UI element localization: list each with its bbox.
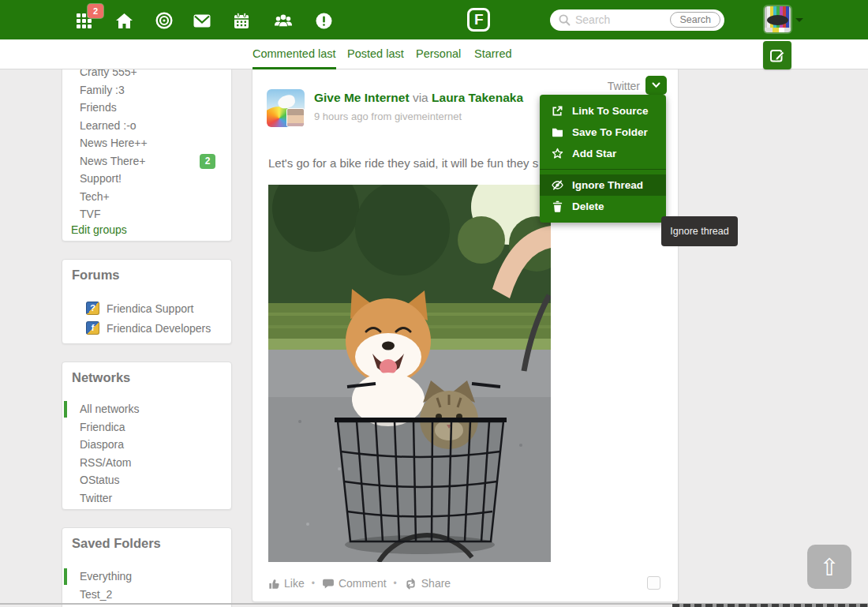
group-item-friends[interactable]: Friends bbox=[62, 99, 231, 117]
forums-panel: Forums ? Friendica Support f Friendica D… bbox=[62, 259, 232, 344]
network-item-rss[interactable]: RSS/Atom bbox=[62, 454, 231, 472]
friendica-logo[interactable]: F bbox=[467, 8, 490, 32]
group-item-tvf[interactable]: TVF bbox=[62, 205, 231, 223]
network-item-friendica[interactable]: Friendica bbox=[62, 418, 231, 437]
networks-list: All networks Friendica Diaspora RSS/Atom… bbox=[62, 400, 231, 507]
group-item-news-there[interactable]: News There+ 2 bbox=[62, 152, 231, 170]
network-item-all[interactable]: All networks bbox=[62, 400, 231, 418]
menu-item-save-to-folder[interactable]: Save To Folder bbox=[540, 122, 666, 143]
messages-envelope-icon[interactable] bbox=[193, 11, 211, 30]
folder-label: Everything bbox=[80, 570, 132, 583]
folder-item-test2[interactable]: Test_2 bbox=[62, 586, 231, 604]
post-image[interactable] bbox=[268, 185, 551, 562]
comment-button[interactable]: Comment bbox=[322, 577, 387, 590]
forum-item-friendica-developers[interactable]: f Friendica Developers bbox=[86, 318, 211, 338]
group-item-news-here[interactable]: News Here++ bbox=[62, 134, 231, 152]
networks-panel: Networks All networks Friendica Diaspora… bbox=[62, 362, 232, 510]
like-label: Like bbox=[284, 577, 305, 590]
share-button[interactable]: Share bbox=[404, 577, 451, 590]
network-bullseye-icon[interactable] bbox=[155, 11, 174, 30]
notifications-alert-icon[interactable] bbox=[314, 11, 333, 30]
group-item-tech[interactable]: Tech+ bbox=[62, 188, 231, 206]
group-label: News There+ bbox=[80, 155, 145, 167]
network-item-diaspora[interactable]: Diaspora bbox=[62, 436, 231, 454]
tab-commented-last[interactable]: Commented last bbox=[253, 39, 336, 69]
network-label: RSS/Atom bbox=[80, 456, 131, 469]
network-item-twitter[interactable]: Twitter bbox=[62, 489, 231, 508]
via-author-link[interactable]: Laura Takenaka bbox=[432, 91, 523, 104]
group-label: Friends bbox=[80, 101, 117, 114]
search-submit-button[interactable]: Search bbox=[670, 12, 720, 28]
group-label: Tech+ bbox=[80, 190, 110, 203]
post-network-label: Twitter bbox=[608, 80, 640, 92]
group-label: Learned :-o bbox=[80, 119, 137, 132]
friendica-stream-page: Crafty 555+ Family :3 Friends Learned :-… bbox=[0, 0, 868, 607]
post-select-checkbox[interactable] bbox=[647, 576, 660, 590]
user-menu-caret-icon[interactable] bbox=[795, 18, 803, 22]
groups-list: Crafty 555+ Family :3 Friends Learned :-… bbox=[62, 63, 231, 223]
up-arrow-icon: ⇧ bbox=[819, 553, 839, 581]
group-item-family[interactable]: Family :3 bbox=[62, 81, 231, 99]
chevron-down-icon bbox=[652, 82, 660, 88]
via-label: via bbox=[413, 91, 428, 104]
post-author-link[interactable]: Give Me Internet bbox=[314, 91, 410, 104]
contacts-group-icon[interactable] bbox=[274, 11, 293, 30]
menu-item-add-star[interactable]: Add Star bbox=[540, 143, 666, 164]
post-menu-button[interactable] bbox=[645, 76, 667, 95]
like-button[interactable]: Like bbox=[268, 577, 305, 590]
edit-groups-link[interactable]: Edit groups bbox=[71, 223, 127, 236]
via-author-mini-avatar bbox=[287, 109, 304, 126]
star-icon bbox=[552, 148, 563, 159]
group-item-learned[interactable]: Learned :-o bbox=[62, 117, 231, 135]
forum-support-icon: ? bbox=[86, 302, 99, 315]
trash-icon bbox=[552, 200, 563, 212]
eye-slash-icon bbox=[552, 179, 563, 191]
saved-folders-panel: Saved Folders Everything Test_2 bbox=[62, 527, 232, 607]
user-avatar[interactable] bbox=[765, 6, 791, 32]
navbar-search: Search bbox=[550, 9, 724, 31]
menu-item-label: Delete bbox=[572, 200, 604, 212]
scroll-to-top-button[interactable]: ⇧ bbox=[807, 545, 851, 589]
forum-developers-icon: f bbox=[86, 321, 99, 335]
network-item-ostatus[interactable]: OStatus bbox=[62, 471, 231, 489]
menu-item-label: Ignore Thread bbox=[572, 179, 643, 191]
network-label: Twitter bbox=[80, 492, 112, 504]
forum-label: Friendica Developers bbox=[107, 322, 211, 335]
tab-posted-last[interactable]: Posted last bbox=[347, 39, 404, 69]
menu-item-ignore-thread[interactable]: Ignore Thread bbox=[540, 174, 666, 196]
menu-item-link-to-source[interactable]: Link To Source bbox=[540, 100, 666, 122]
share-label: Share bbox=[421, 577, 451, 590]
home-icon[interactable] bbox=[114, 11, 133, 30]
apps-notification-badge: 2 bbox=[88, 4, 103, 18]
external-link-icon bbox=[552, 105, 563, 117]
menu-separator bbox=[540, 169, 666, 170]
post-action-bar: Like • Comment • Share bbox=[268, 577, 451, 590]
group-item-support[interactable]: Support! bbox=[62, 170, 231, 188]
viewport-bottom-edge-detail bbox=[672, 604, 868, 607]
menu-item-label: Save To Folder bbox=[572, 126, 648, 138]
compose-post-button[interactable] bbox=[763, 41, 791, 69]
friendica-logo-letter: F bbox=[474, 11, 484, 28]
tab-personal[interactable]: Personal bbox=[416, 39, 461, 69]
folder-item-everything[interactable]: Everything bbox=[62, 568, 231, 586]
thumbs-up-icon bbox=[268, 578, 280, 590]
forums-title: Forums bbox=[72, 268, 120, 283]
forum-label: Friendica Support bbox=[107, 302, 194, 315]
menu-item-label: Add Star bbox=[572, 148, 616, 159]
search-input[interactable] bbox=[575, 10, 662, 29]
stream-tabs: Commented last Posted last Personal Star… bbox=[0, 39, 868, 69]
forum-item-friendica-support[interactable]: ? Friendica Support bbox=[86, 298, 194, 318]
top-navbar: 2 bbox=[0, 0, 868, 39]
folder-icon bbox=[552, 127, 563, 137]
tab-starred[interactable]: Starred bbox=[474, 39, 512, 69]
events-calendar-icon[interactable] bbox=[232, 11, 251, 30]
search-icon bbox=[559, 14, 571, 26]
post-author-avatar[interactable] bbox=[267, 89, 305, 127]
action-separator: • bbox=[394, 578, 397, 589]
folder-label: Test_2 bbox=[80, 588, 112, 601]
post-byline: Give Me Internet via Laura Takenaka bbox=[314, 91, 523, 105]
ignore-thread-tooltip: Ignore thread bbox=[661, 216, 738, 246]
network-label: Diaspora bbox=[80, 438, 124, 451]
groups-panel: Crafty 555+ Family :3 Friends Learned :-… bbox=[62, 44, 232, 242]
menu-item-delete[interactable]: Delete bbox=[540, 196, 666, 217]
